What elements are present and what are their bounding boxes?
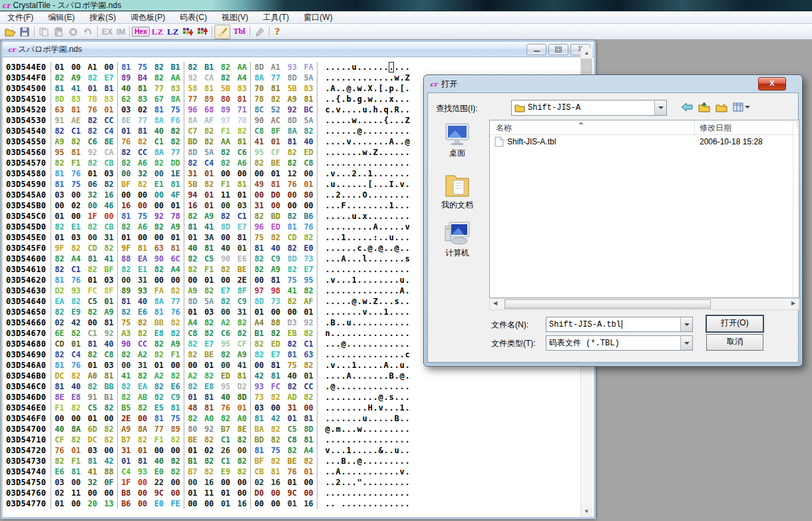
hex-byte[interactable]: 75 — [167, 413, 184, 424]
hex-byte[interactable]: CA — [201, 73, 218, 83]
hex-byte[interactable]: 00 — [268, 307, 284, 317]
hex-byte[interactable]: CF — [51, 434, 68, 445]
hex-byte[interactable]: F1 — [201, 264, 218, 275]
hex-byte[interactable]: E9 — [68, 307, 85, 317]
hex-byte[interactable]: 81 — [234, 94, 250, 104]
hex-byte[interactable]: 92 — [300, 317, 317, 328]
hex-byte[interactable]: C8 — [101, 349, 117, 360]
horizontal-scrollbar[interactable]: ◀ ▶ — [489, 298, 799, 310]
open-file-button[interactable] — [3, 25, 17, 39]
hex-byte[interactable]: 00 — [251, 168, 268, 179]
hex-byte[interactable]: 01 — [201, 168, 218, 179]
hex-byte[interactable]: 1E — [167, 168, 184, 179]
hex-byte[interactable]: C6 — [218, 328, 234, 339]
hex-byte[interactable]: 81 — [300, 434, 317, 445]
hex-byte[interactable]: C4 — [118, 466, 134, 477]
ascii-column[interactable]: .......u.....B.. — [325, 413, 410, 424]
hex-byte[interactable]: A2 — [134, 349, 151, 360]
menu-item-7[interactable]: 窗口(W) — [296, 11, 339, 23]
hex-byte[interactable]: 82 — [300, 232, 317, 243]
hex-byte[interactable]: E5 — [151, 403, 168, 413]
child-restore-button[interactable] — [548, 44, 568, 55]
hex-byte[interactable]: 80 — [300, 190, 317, 200]
hex-byte[interactable]: 32 — [134, 168, 151, 179]
hex-byte[interactable]: 01 — [268, 136, 284, 147]
hex-byte[interactable]: 91 — [85, 392, 101, 403]
hex-byte[interactable]: 81 — [201, 83, 218, 94]
lz-compress-button[interactable]: LZ — [150, 27, 165, 37]
hex-byte[interactable]: 31 — [101, 232, 117, 243]
hex-byte[interactable]: 31 — [184, 168, 201, 179]
ascii-column[interactable]: .............w.Z — [325, 73, 410, 83]
hex-byte[interactable]: 8C — [251, 104, 268, 115]
hex-byte[interactable]: 00 — [184, 275, 201, 285]
hex-byte[interactable]: 75 — [284, 360, 301, 371]
hex-byte[interactable]: 11 — [218, 190, 234, 200]
hex-byte[interactable]: 90 — [151, 254, 168, 264]
hex-byte[interactable]: FC — [268, 381, 284, 392]
hex-byte[interactable]: 82 — [151, 349, 168, 360]
hex-byte[interactable]: AF — [201, 115, 218, 126]
hex-byte[interactable]: 82 — [68, 434, 85, 445]
hex-byte[interactable]: 3A — [201, 232, 218, 243]
hex-byte[interactable]: 8F — [268, 126, 284, 136]
hex-byte[interactable]: 92 — [151, 211, 168, 222]
hex-byte[interactable]: 03 — [201, 307, 218, 317]
hex-byte[interactable]: A2 — [184, 371, 201, 381]
hex-byte[interactable]: 03 — [101, 275, 117, 285]
hex-byte[interactable]: BB — [151, 317, 168, 328]
scroll-up-arrow-icon[interactable]: ▲ — [581, 47, 592, 59]
hex-byte[interactable]: 82 — [234, 317, 250, 328]
column-header-name[interactable]: 名称 — [496, 122, 512, 134]
hex-byte[interactable]: 5A — [300, 73, 317, 83]
hex-byte[interactable]: 00 — [251, 190, 268, 200]
ascii-column[interactable]: .B..u........... — [325, 317, 410, 328]
hex-byte[interactable]: 31 — [134, 275, 151, 285]
hex-byte[interactable]: 8A — [184, 115, 201, 126]
hex-byte[interactable]: 82 — [68, 243, 85, 254]
hex-byte[interactable]: 81 — [201, 243, 218, 254]
hex-byte[interactable]: 81 — [68, 466, 85, 477]
hex-byte[interactable]: 8A — [284, 126, 301, 136]
file-name-dropdown-button[interactable] — [680, 317, 692, 331]
table-button[interactable]: Tbl — [230, 27, 248, 37]
ascii-column[interactable]: @.m...w......... — [325, 424, 410, 434]
hex-byte[interactable]: AE — [68, 115, 85, 126]
hex-byte[interactable]: AF — [300, 296, 317, 307]
hex-byte[interactable]: 82 — [251, 211, 268, 222]
hex-byte[interactable]: 52 — [268, 104, 284, 115]
hex-byte[interactable]: 82 — [284, 147, 301, 158]
hex-byte[interactable]: 67 — [151, 94, 168, 104]
hex-byte[interactable]: 40 — [300, 136, 317, 147]
hex-byte[interactable]: 95 — [218, 339, 234, 349]
hex-byte[interactable]: 40 — [101, 339, 117, 349]
hex-byte[interactable]: 81 — [101, 317, 117, 328]
ascii-column[interactable]: v...1.....&..u.. — [325, 445, 410, 456]
hex-byte[interactable]: BE — [201, 349, 218, 360]
hex-byte[interactable]: 76 — [218, 403, 234, 413]
hex-byte[interactable]: 70 — [251, 83, 268, 94]
ascii-column[interactable]: .......w.Z...... — [325, 147, 410, 158]
hex-byte[interactable]: 8A — [134, 424, 151, 434]
hex-byte[interactable]: 16 — [234, 498, 250, 509]
hex-byte[interactable]: 76 — [68, 168, 85, 179]
hex-byte[interactable]: 42 — [268, 413, 284, 424]
hex-byte[interactable]: 81 — [51, 360, 68, 371]
hex-byte[interactable]: E1 — [134, 264, 151, 275]
hex-byte[interactable]: 00 — [134, 190, 151, 200]
hex-byte[interactable]: D0 — [268, 190, 284, 200]
hex-byte[interactable]: 00 — [134, 498, 151, 509]
hex-byte[interactable]: B5 — [118, 403, 134, 413]
hex-byte[interactable]: 00 — [101, 413, 117, 424]
hex-byte[interactable]: 32 — [85, 477, 101, 488]
hex-byte[interactable]: 01 — [201, 200, 218, 211]
hex-byte[interactable]: BE — [284, 456, 301, 466]
hex-byte[interactable]: 00 — [85, 200, 101, 211]
file-type-combobox[interactable]: 码表文件 (*.TBL) — [546, 335, 693, 351]
hex-byte[interactable]: 82 — [201, 328, 218, 339]
hex-byte[interactable]: 5A — [300, 115, 317, 126]
hex-byte[interactable]: 00 — [101, 445, 117, 456]
hex-byte[interactable]: C4 — [68, 349, 85, 360]
hex-byte[interactable]: 81 — [151, 104, 168, 115]
hex-byte[interactable]: BD — [251, 434, 268, 445]
